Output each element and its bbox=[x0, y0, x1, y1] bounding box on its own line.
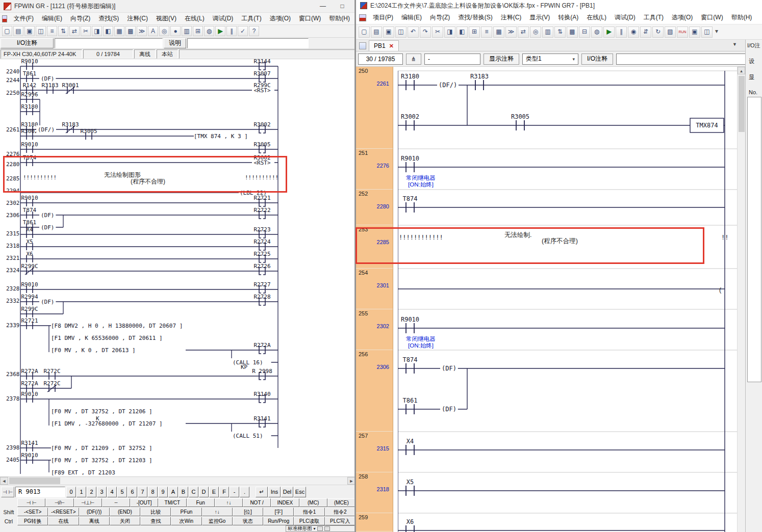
rung-cell-251[interactable]: 2512276 bbox=[356, 149, 393, 190]
key-E[interactable]: E bbox=[209, 487, 219, 497]
gr-menu-item-1[interactable]: 文件(F) bbox=[10, 13, 37, 24]
io-comment-input[interactable] bbox=[55, 38, 163, 48]
key-4[interactable]: 4 bbox=[107, 487, 117, 497]
rung-cell-259[interactable]: 259 bbox=[356, 513, 393, 531]
fkey-shift-4[interactable]: (END) bbox=[110, 508, 140, 516]
gr-menu-item-12[interactable]: 帮助(H) bbox=[325, 13, 353, 24]
device-entry-input[interactable]: R 9013 bbox=[15, 487, 65, 497]
gr7-window-icon[interactable]: ◫ bbox=[701, 26, 713, 38]
rung-cell-253[interactable]: 2532285 bbox=[356, 225, 393, 269]
gr7-ladder-canvas[interactable]: R3180R3183R3002R3005R9010T874R9010T874T8… bbox=[398, 67, 738, 532]
ladder-type-fragment[interactable]: 标准梯形图 ▾ bbox=[286, 525, 355, 532]
gr-menu-item-5[interactable]: 注释(C) bbox=[123, 13, 151, 24]
fkey-ctrl-9[interactable]: Run/Prog bbox=[263, 517, 294, 525]
key-.[interactable]: . bbox=[240, 487, 249, 497]
key-D[interactable]: D bbox=[199, 487, 209, 497]
key-B[interactable]: B bbox=[179, 487, 188, 497]
gr-horizontal-scrollbar[interactable]: ◄ ► bbox=[0, 476, 355, 485]
scroll-left-icon[interactable]: ◄ bbox=[0, 477, 8, 485]
gr7-sort-icon[interactable]: ⇅ bbox=[554, 26, 566, 38]
key-Ins[interactable]: Ins bbox=[268, 487, 281, 497]
description-input[interactable] bbox=[187, 38, 309, 48]
gr7-menu-item-10[interactable]: 工具(T) bbox=[640, 12, 667, 23]
tab-list-icon[interactable]: ▼ bbox=[732, 42, 737, 47]
key-1[interactable]: 1 bbox=[77, 487, 86, 497]
key-9[interactable]: 9 bbox=[158, 487, 168, 497]
gr-print-icon[interactable]: ◫ bbox=[36, 26, 46, 36]
scroll-up-icon[interactable]: ▴ bbox=[738, 67, 745, 74]
fkey-ctrl-7[interactable]: 监控Go bbox=[202, 517, 233, 525]
key--[interactable]: - bbox=[230, 487, 239, 497]
gr7-menu-item-1[interactable]: 项目(P) bbox=[369, 12, 397, 23]
gr-menu-item-11[interactable]: 窗口(W) bbox=[295, 13, 324, 24]
gr7-register-icon[interactable]: ⊟ bbox=[579, 26, 590, 38]
gr7-menu-item-12[interactable]: 窗口(W) bbox=[697, 12, 726, 23]
gr-open-icon[interactable]: ▤ bbox=[13, 26, 23, 36]
key-↵[interactable]: ↵ bbox=[256, 487, 268, 497]
gr7-download-icon[interactable]: ⇵ bbox=[640, 26, 651, 38]
gr7-ladder-area[interactable]: R3180R3183R3002R3005R9010T874R9010T874T8… bbox=[398, 67, 738, 532]
rung-cell-258[interactable]: 2582318 bbox=[356, 472, 393, 513]
gr-check-icon[interactable]: ✓ bbox=[238, 26, 248, 36]
key-5[interactable]: 5 bbox=[117, 487, 127, 497]
gr-run-icon[interactable]: ▶ bbox=[215, 26, 225, 36]
fkey-row1-10[interactable]: INDEX bbox=[271, 498, 299, 507]
gr-device-monitor-icon[interactable]: ⊞ bbox=[193, 26, 203, 36]
fkey-ctrl-4[interactable]: 关闭 bbox=[110, 517, 140, 525]
gr-title-bar[interactable]: FPWIN GR - [1121 (符号梯形图编辑)] — □ bbox=[0, 0, 355, 13]
fkey-row1-12[interactable]: (MCE) bbox=[327, 498, 355, 507]
key-F[interactable]: F bbox=[219, 487, 229, 497]
step-position-box[interactable]: 30 / 19785 bbox=[358, 54, 403, 65]
gr-ladder-canvas[interactable]: R9010T861R142R3183R3001R2996R3180R3180R3… bbox=[4, 59, 353, 476]
fkey-ctrl-10[interactable]: PLC读取 bbox=[294, 517, 324, 525]
fkey-row1-9[interactable]: NOT / bbox=[243, 498, 271, 507]
fkey-ctrl-11[interactable]: PLC写入 bbox=[325, 517, 355, 525]
key-Esc[interactable]: Esc bbox=[294, 487, 306, 497]
scrollbar-thumb[interactable] bbox=[9, 477, 60, 484]
gr-menu-item-4[interactable]: 查找(S) bbox=[95, 13, 122, 24]
gr-find-icon[interactable]: ◎ bbox=[159, 26, 169, 36]
fkey-ctrl-8[interactable]: 状态 bbox=[233, 517, 263, 525]
fkey-shift-8[interactable]: [位] bbox=[233, 508, 263, 516]
fragment-button-1[interactable] bbox=[317, 526, 323, 531]
gr-timechart-icon[interactable]: ▥ bbox=[182, 26, 192, 36]
key-2[interactable]: 2 bbox=[87, 487, 96, 497]
comment-edit-input[interactable] bbox=[616, 54, 758, 65]
gr-step-icon[interactable]: ∥ bbox=[226, 26, 237, 36]
key-6[interactable]: 6 bbox=[128, 487, 137, 497]
gr7-menu-item-8[interactable]: 在线(L) bbox=[583, 12, 610, 23]
block-select-combo[interactable]: - bbox=[424, 54, 480, 65]
comment-type-combo[interactable]: 类型1 ▾ bbox=[522, 54, 578, 65]
fkey-row1-6[interactable]: TM/CT bbox=[158, 498, 186, 507]
gr-menu-item-9[interactable]: 工具(T) bbox=[238, 13, 265, 24]
gr-save-icon[interactable]: ▣ bbox=[24, 26, 35, 36]
gr-convert-icon[interactable]: ≫ bbox=[137, 26, 147, 36]
gr7-project-save-icon[interactable]: ▣ bbox=[689, 26, 700, 38]
key-Del[interactable]: Del bbox=[281, 487, 293, 497]
gr7-menu-item-3[interactable]: 向导(Z) bbox=[426, 12, 453, 23]
io-comment-button[interactable]: I/O注释 bbox=[581, 54, 613, 65]
gr-ladder-editor[interactable]: R9010T861R142R3183R3001R2996R3180R3180R3… bbox=[0, 59, 355, 476]
gr-text-entry-icon[interactable]: A bbox=[148, 26, 158, 36]
gr7-monitor-icon[interactable]: ◍ bbox=[591, 26, 602, 38]
gr7-menu-item-9[interactable]: 调试(D) bbox=[611, 12, 639, 23]
gr7-cross-reference-icon[interactable]: ▥ bbox=[542, 26, 553, 38]
fkey-ctrl-5[interactable]: 查找 bbox=[140, 517, 171, 525]
fkey-row1-8[interactable]: ↑↓ bbox=[215, 498, 243, 507]
gr-help-icon[interactable]: ? bbox=[249, 26, 259, 36]
key-0[interactable]: 0 bbox=[66, 487, 76, 497]
gr7-redo-icon[interactable]: ↷ bbox=[420, 26, 431, 38]
gr7-grid-icon[interactable]: ▦ bbox=[493, 26, 504, 38]
contact-entry-icon[interactable]: ⊣ ⊢ bbox=[1, 487, 14, 497]
fkey-row1-5[interactable]: -[OUT] bbox=[130, 498, 158, 507]
gr7-online-icon[interactable]: ◉ bbox=[628, 26, 639, 38]
gr7-copy-icon[interactable]: ◨ bbox=[444, 26, 455, 38]
gr7-project-icon[interactable] bbox=[359, 14, 366, 21]
gr7-menu-item-2[interactable]: 编辑(E) bbox=[398, 12, 425, 23]
rung-cell-254[interactable]: 2542301 bbox=[356, 269, 393, 309]
gr7-io-comment-icon[interactable]: ≡ bbox=[481, 26, 492, 38]
gr7-menu-item-7[interactable]: 转换(A) bbox=[554, 12, 582, 23]
gr-cut-icon[interactable]: ✂ bbox=[81, 26, 91, 36]
gr7-save-icon[interactable]: ▣ bbox=[383, 26, 394, 38]
fkey-row1-4[interactable]: ╌ bbox=[102, 498, 130, 507]
